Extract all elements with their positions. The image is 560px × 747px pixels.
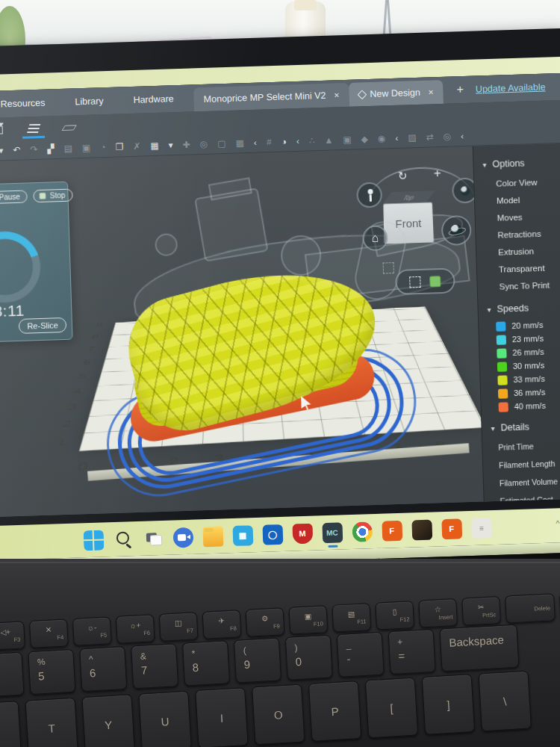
start-icon[interactable] <box>83 530 104 551</box>
mcafee-icon[interactable]: M <box>292 523 313 544</box>
tool-icon[interactable]: ▦ <box>235 137 244 148</box>
tab[interactable]: New Design × <box>349 80 444 107</box>
fusion-app-2-icon[interactable]: F <box>441 518 462 539</box>
keyboard-key[interactable]: P <box>308 681 362 742</box>
keyboard-key[interactable]: Backspace <box>439 624 519 672</box>
detail-item[interactable]: Filament Length <box>492 454 560 474</box>
tab[interactable]: Hardware <box>123 85 184 114</box>
option-item[interactable]: Color View <box>483 173 560 192</box>
options-header[interactable]: ▾ Options <box>482 157 560 170</box>
keyboard-key[interactable]: + = <box>388 629 436 675</box>
tool-icon[interactable]: ✗ <box>133 140 140 151</box>
tool-icon[interactable]: ⇄ <box>426 131 433 142</box>
tool-icon[interactable]: ∴ <box>309 135 315 146</box>
tool-icon[interactable]: ▣ <box>343 134 352 144</box>
re-slice-button[interactable]: Re-Slice <box>19 317 66 334</box>
tool-icon[interactable]: ◎ <box>443 131 451 141</box>
keyboard-key[interactable]: [ <box>365 678 419 739</box>
stop-button[interactable]: Stop <box>34 189 73 203</box>
taskbar-overflow-caret[interactable]: ^ <box>556 518 560 527</box>
update-available-link[interactable]: Update Available <box>476 82 546 95</box>
tool-icon[interactable]: ‹ <box>395 132 398 143</box>
viewport-3d[interactable]: 0123456789 987654321 <box>0 143 560 517</box>
keyboard-key[interactable]: % 5 <box>28 649 75 695</box>
tool-icon[interactable]: ❐ <box>115 141 123 152</box>
mattercontrol-icon[interactable]: MC <box>322 522 343 543</box>
chat-icon[interactable] <box>172 527 193 548</box>
model-view-button[interactable] <box>0 123 5 137</box>
fusion-app-icon[interactable]: F <box>382 520 402 541</box>
keyboard-key[interactable]: I <box>195 687 249 747</box>
option-item[interactable]: Moves <box>484 207 560 226</box>
tool-icon[interactable]: ▾ <box>168 140 172 150</box>
keyboard-key[interactable]: ⚙ F9 <box>246 607 285 637</box>
keyboard-key[interactable]: ✈ F8 <box>202 610 242 639</box>
keyboard-key[interactable]: U <box>138 691 192 747</box>
keyboard-key[interactable]: ▣ F10 <box>288 605 328 635</box>
blue-ring-app-icon[interactable]: ◯ <box>262 524 283 545</box>
tool-icon[interactable]: ▨ <box>408 132 417 143</box>
keyboard-key[interactable]: Y <box>81 694 135 747</box>
tool-icon[interactable]: ▲ <box>324 134 333 145</box>
keyboard-key[interactable]: * 8 <box>182 640 230 686</box>
keyboard-key[interactable]: _ - <box>337 632 385 678</box>
keyboard-key[interactable]: ) 0 <box>285 635 333 681</box>
keyboard-key[interactable]: ▯ F12 <box>375 601 414 630</box>
tool-icon[interactable]: ◔ <box>100 142 106 152</box>
keyboard-key[interactable]: ✂ PrtSc <box>461 596 501 626</box>
tool-icon[interactable]: ▤ <box>63 143 72 153</box>
keyboard-key[interactable]: T <box>25 698 79 747</box>
tab[interactable]: Resources <box>0 89 55 118</box>
fit-view-icon[interactable] <box>383 262 394 273</box>
keyboard-key[interactable]: ◫ F7 <box>159 612 199 642</box>
keyboard-key[interactable]: ☼+ F6 <box>116 614 155 644</box>
option-item[interactable]: Extrusion <box>485 241 560 261</box>
option-item[interactable]: Transparent <box>486 258 560 278</box>
detail-item[interactable]: Filament Volume <box>493 472 560 492</box>
tool-icon[interactable]: # <box>267 137 272 147</box>
tool-icon[interactable]: ▞ <box>47 143 55 154</box>
tab-close-icon[interactable]: × <box>428 87 433 97</box>
pause-button[interactable]: Pause <box>0 190 28 204</box>
bed-view-button[interactable] <box>61 120 77 134</box>
mode-dropdown[interactable]: d ▾ <box>0 145 4 156</box>
search-icon[interactable] <box>113 529 134 550</box>
keyboard-key[interactable]: ▤ F11 <box>332 603 371 633</box>
keyboard-key[interactable]: ( 9 <box>234 637 281 683</box>
keyboard-key[interactable]: ☆ Insert <box>418 598 458 628</box>
perspective-toggle-button[interactable] <box>441 215 472 246</box>
speeds-header[interactable]: ▾ Speeds <box>487 302 560 314</box>
tool-icon[interactable]: ▢ <box>217 138 226 149</box>
dark-app-icon[interactable] <box>411 519 432 540</box>
file-explorer-icon[interactable] <box>202 526 223 547</box>
tool-icon[interactable]: ↷ <box>30 144 37 155</box>
keyboard-key[interactable]: ✕ F4 <box>29 619 69 648</box>
tool-icon[interactable]: ‹ <box>254 137 257 147</box>
tab-close-icon[interactable]: × <box>334 90 339 100</box>
keyboard-key[interactable]: $ 4 <box>0 652 25 698</box>
keyboard-key[interactable]: ☼- F5 <box>72 616 112 646</box>
keyboard-key[interactable]: O <box>252 684 305 746</box>
tool-icon[interactable]: ▣ <box>82 142 91 152</box>
new-tab-button[interactable]: + <box>456 83 464 96</box>
tool-icon[interactable]: ✚ <box>182 139 190 149</box>
option-item[interactable]: Model <box>484 190 560 209</box>
keyboard-key[interactable]: R <box>0 701 22 747</box>
tool-icon[interactable]: ◎ <box>199 138 208 149</box>
keyboard-key[interactable]: ^ 6 <box>79 646 127 692</box>
option-item[interactable]: Retractions <box>485 224 560 244</box>
keyboard-key[interactable]: ◁+ F3 <box>0 621 25 651</box>
keyboard-key[interactable]: & 7 <box>131 643 178 689</box>
tab[interactable]: Library <box>65 87 113 116</box>
task-view-icon[interactable] <box>143 527 164 548</box>
print-area-toggle-icon[interactable] <box>409 276 420 287</box>
tool-icon[interactable]: ↶ <box>13 144 20 155</box>
light-app-icon[interactable]: ≡ <box>471 518 492 539</box>
tool-icon[interactable]: ‹ <box>461 131 464 141</box>
pan-view-icon[interactable]: + <box>434 166 442 181</box>
rotate-view-icon[interactable]: ↻ <box>398 169 408 182</box>
option-item[interactable]: Sync To Print <box>486 276 560 295</box>
detail-item[interactable]: Estimated Cost <box>493 490 560 510</box>
tool-icon[interactable]: ‹ <box>296 135 299 146</box>
detail-item[interactable]: Print Time <box>491 436 560 456</box>
